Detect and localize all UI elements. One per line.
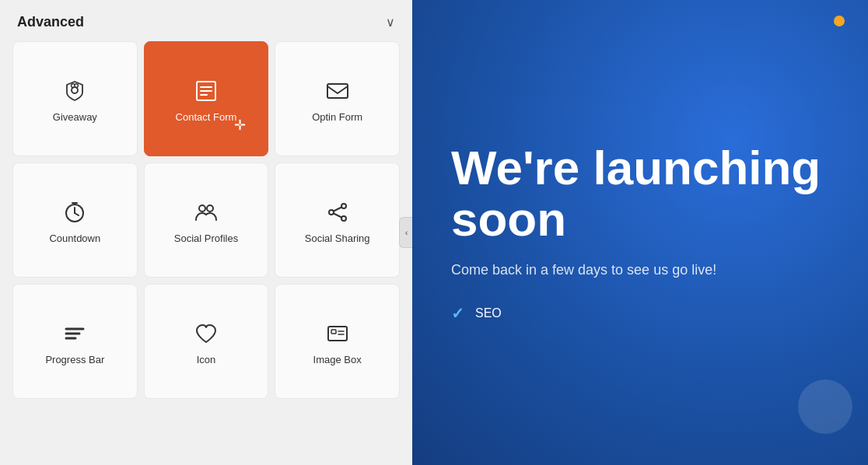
contact-form-label: Contact Form <box>176 111 237 123</box>
panel-title: Advanced <box>17 14 84 30</box>
grid-item-social-profiles[interactable]: Social Profiles <box>144 163 269 278</box>
grid-item-progress-bar[interactable]: Progress Bar <box>12 284 138 399</box>
svg-line-10 <box>75 213 79 215</box>
widget-grid: Giveaway Contact Form ✛ Optin <box>0 41 412 407</box>
progress-bar-icon <box>62 321 87 346</box>
social-profiles-label: Social Profiles <box>174 232 238 244</box>
chevron-down-icon: ∨ <box>386 15 395 30</box>
giveaway-label: Giveaway <box>53 111 97 123</box>
collapse-tab[interactable]: ‹ <box>399 217 412 248</box>
svg-rect-5 <box>327 84 348 98</box>
social-profiles-icon <box>194 200 219 225</box>
optin-form-icon <box>325 79 350 103</box>
social-sharing-icon <box>325 200 350 225</box>
left-panel: Advanced ∨ Giveaway <box>0 0 412 465</box>
feature-list: ✓ SEO <box>451 304 829 323</box>
grid-item-countdown[interactable]: Countdown <box>12 163 138 278</box>
check-icon: ✓ <box>451 304 464 323</box>
grid-item-optin-form[interactable]: Optin Form <box>275 41 400 156</box>
image-box-icon <box>325 321 350 346</box>
svg-point-11 <box>199 205 205 212</box>
decorative-dot-blue <box>798 379 852 434</box>
image-box-label: Image Box <box>313 354 362 365</box>
progress-bar-label: Progress Bar <box>45 354 104 365</box>
move-cursor-icon: ✛ <box>234 117 246 134</box>
grid-item-contact-form[interactable]: Contact Form ✛ <box>144 41 269 156</box>
svg-point-13 <box>341 204 346 208</box>
contact-form-icon <box>194 79 219 103</box>
svg-point-15 <box>341 216 346 221</box>
sub-text: Come back in a few days to see us go liv… <box>451 260 762 281</box>
svg-line-17 <box>334 213 341 217</box>
right-content: We're launching soon Come back in a few … <box>451 142 829 322</box>
svg-rect-22 <box>331 330 336 334</box>
feature-seo-label: SEO <box>475 306 502 320</box>
svg-line-16 <box>334 207 341 211</box>
giveaway-icon <box>62 79 87 103</box>
grid-item-icon[interactable]: Icon <box>144 284 269 399</box>
decorative-dot-orange <box>834 16 845 26</box>
countdown-label: Countdown <box>49 232 100 244</box>
optin-form-label: Optin Form <box>312 111 362 123</box>
svg-point-14 <box>329 210 334 215</box>
right-panel: We're launching soon Come back in a few … <box>412 0 868 465</box>
main-heading: We're launching soon <box>451 142 829 243</box>
feature-item-seo: ✓ SEO <box>451 304 829 323</box>
grid-item-image-box[interactable]: Image Box <box>275 284 400 399</box>
icon-widget-label: Icon <box>197 354 216 365</box>
panel-header: Advanced ∨ <box>0 0 412 41</box>
grid-item-giveaway[interactable]: Giveaway <box>12 41 138 156</box>
svg-point-12 <box>207 205 213 212</box>
countdown-icon <box>62 200 87 225</box>
social-sharing-label: Social Sharing <box>305 232 370 244</box>
collapse-icon: ‹ <box>405 228 408 237</box>
icon-widget-icon <box>194 321 219 346</box>
grid-item-social-sharing[interactable]: Social Sharing <box>275 163 400 278</box>
